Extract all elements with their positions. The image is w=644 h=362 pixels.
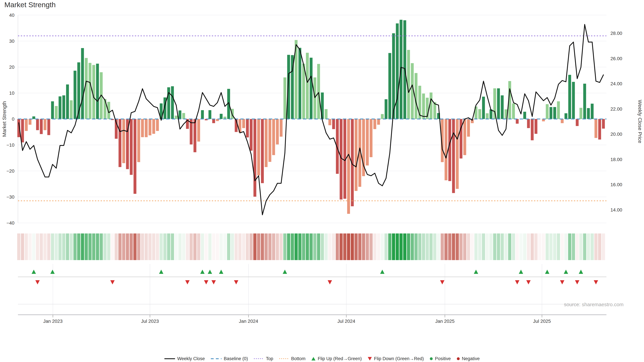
- strength-bar: [332, 119, 335, 129]
- strength-bar: [516, 119, 519, 124]
- heatmap-cell: [88, 233, 92, 260]
- heatmap-cell: [444, 233, 448, 260]
- legend-item-positive[interactable]: Positive: [430, 356, 451, 361]
- flip-down-marker: [526, 280, 531, 284]
- heatmap-cell: [392, 233, 395, 260]
- legend-label: Baseline (0): [224, 356, 248, 361]
- heatmap-cell: [572, 233, 575, 260]
- strength-bar: [467, 119, 470, 137]
- strength-bar: [366, 119, 369, 165]
- heatmap-cell: [28, 233, 32, 260]
- strength-bar: [261, 119, 264, 183]
- heatmap-cell: [317, 233, 320, 260]
- flip-down-marker: [515, 280, 520, 284]
- heatmap-cell: [590, 233, 594, 260]
- strength-bar: [384, 99, 388, 119]
- legend-item-top[interactable]: Top: [254, 356, 273, 361]
- heatmap-cell: [400, 233, 403, 260]
- plot-area: 403020100−10−20−30−4028.0026.0024.0022.0…: [0, 0, 644, 352]
- flip-down-marker: [328, 280, 332, 284]
- heatmap-cell: [137, 233, 140, 260]
- flip-down-marker: [575, 280, 580, 284]
- strength-bar: [137, 119, 140, 162]
- strength-bar: [602, 119, 605, 129]
- strength-bar: [220, 114, 222, 119]
- strength-bar: [21, 119, 24, 142]
- flip-up-marker: [579, 270, 583, 274]
- strength-bar: [553, 107, 556, 119]
- heatmap-cell: [340, 233, 343, 260]
- strength-bar: [546, 104, 548, 119]
- strength-bar: [523, 112, 526, 119]
- legend-item-negative[interactable]: Negative: [457, 356, 480, 361]
- legend-label: Positive: [435, 356, 451, 361]
- strength-bar: [74, 71, 76, 119]
- heatmap-cell: [268, 233, 272, 260]
- y-right-tick-label: 18.00: [610, 157, 622, 162]
- strength-bar: [568, 75, 571, 119]
- heatmap-cell: [291, 233, 294, 260]
- legend-item-baseline-0[interactable]: Baseline (0): [211, 356, 248, 361]
- legend-item-weekly-close[interactable]: Weekly Close: [164, 356, 205, 361]
- strength-bar: [306, 53, 309, 119]
- strength-bar: [257, 119, 260, 175]
- heatmap-cell: [441, 233, 444, 260]
- heatmap-cell: [370, 233, 373, 260]
- heatmap-cell: [321, 233, 324, 260]
- strength-bar: [298, 48, 301, 119]
- heatmap-cell: [212, 233, 215, 260]
- strength-bar: [347, 119, 350, 214]
- strength-bar: [598, 119, 601, 140]
- strength-bar: [302, 64, 305, 119]
- y-right-tick-label: 14.00: [610, 207, 622, 213]
- legend-item-flip-down-green-red[interactable]: Flip Down (Green→Red): [368, 356, 424, 361]
- strength-bar: [564, 113, 567, 119]
- strength-bar: [355, 119, 358, 191]
- y-left-tick-label: 40: [9, 12, 14, 18]
- heatmap-cell: [324, 233, 328, 260]
- heatmap-cell: [366, 233, 369, 260]
- market-strength-dashboard: Market Strength 403020100−10−20−30−4028.…: [0, 0, 644, 362]
- strength-bar: [317, 64, 320, 119]
- heatmap-cell: [538, 233, 541, 260]
- heatmap-cell: [283, 233, 286, 260]
- legend-item-bottom[interactable]: Bottom: [279, 356, 306, 361]
- heatmap-cell: [58, 233, 62, 260]
- heatmap-cell: [430, 233, 433, 260]
- heatmap-cell: [156, 233, 159, 260]
- heatmap-cell: [332, 233, 335, 260]
- heatmap-cell: [126, 233, 129, 260]
- heatmap-cell: [493, 233, 496, 260]
- strength-bar: [430, 92, 432, 119]
- heatmap-cell: [100, 233, 103, 260]
- heatmap-cell: [489, 233, 492, 260]
- heatmap-cell: [351, 233, 354, 260]
- heatmap-cell: [167, 233, 170, 260]
- heatmap-cell: [280, 233, 283, 260]
- heatmap-cell: [594, 233, 598, 260]
- heatmap-cell: [354, 233, 358, 260]
- heatmap-cell: [178, 233, 182, 260]
- strength-bar: [580, 108, 582, 119]
- strength-bar: [381, 114, 384, 119]
- strength-bar: [557, 101, 560, 119]
- strength-bar: [527, 119, 530, 128]
- y-left-tick-label: 0: [12, 116, 14, 122]
- heatmap-cell: [512, 233, 515, 260]
- strength-bar: [25, 119, 28, 131]
- heatmap-cell: [190, 233, 193, 260]
- heatmap-cell: [47, 233, 50, 260]
- flip-up-marker: [208, 270, 212, 274]
- heatmap-cell: [407, 233, 410, 260]
- strength-bar: [561, 119, 564, 123]
- heatmap-cell: [122, 233, 125, 260]
- strength-bar: [171, 86, 174, 119]
- strength-bar: [148, 119, 152, 135]
- strength-bar: [118, 119, 122, 167]
- heatmap-cell: [534, 233, 538, 260]
- heatmap-cell: [497, 233, 500, 260]
- legend-item-flip-up-red-green[interactable]: Flip Up (Red→Green): [312, 356, 362, 361]
- heatmap-cell: [396, 233, 399, 260]
- flip-up-marker: [545, 270, 550, 274]
- strength-bar: [36, 119, 39, 130]
